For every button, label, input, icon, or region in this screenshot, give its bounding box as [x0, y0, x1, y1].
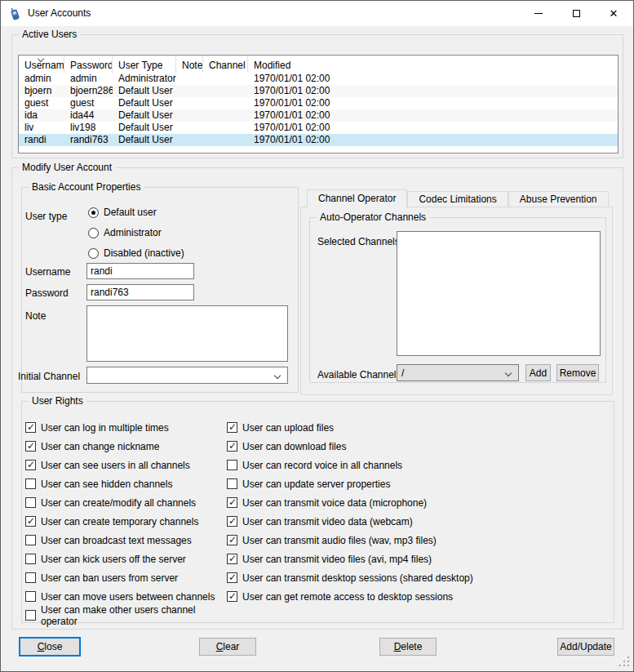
clear-button[interactable]: Clear: [199, 638, 256, 656]
checkbox-user-can-get-remote-access-to-desktop-sessions[interactable]: [227, 591, 237, 602]
maximize-icon: [573, 10, 580, 17]
checkbox-user-can-transmit-video-files-avi-mp4-files[interactable]: [227, 554, 237, 564]
user-right-user-can-get-remote-access-to-desktop-sessions: User can get remote access to desktop se…: [227, 587, 496, 606]
selected-channels-listbox[interactable]: [397, 231, 601, 356]
chevron-down-icon: [274, 372, 281, 379]
close-window-button[interactable]: ✕: [595, 1, 632, 26]
user-type-option-disabled-inactive[interactable]: Disabled (inactive): [88, 247, 184, 259]
checkbox-label: User can change nickname: [41, 441, 159, 452]
radio-label: Default user: [104, 207, 157, 218]
user-right-user-can-download-files: User can download files: [227, 437, 496, 456]
checkbox-label: User can transmit audio files (wav, mp3 …: [242, 535, 437, 546]
checkbox-user-can-transmit-audio-files-wav-mp3-files[interactable]: [227, 535, 237, 545]
minimize-button[interactable]: [520, 1, 557, 26]
column-header-note[interactable]: Note: [176, 56, 203, 73]
checkbox-label: User can kick users off the server: [41, 554, 186, 565]
cell-note: [176, 73, 203, 85]
checkbox-label: User can transmit video files (avi, mp4 …: [242, 554, 432, 565]
radio-default-user[interactable]: [88, 207, 99, 218]
cell-note: [176, 109, 203, 122]
checkbox-user-can-record-voice-in-all-channels[interactable]: [227, 460, 237, 470]
checkbox-user-can-broadcast-text-messages[interactable]: [25, 535, 36, 545]
checkbox-label: User can ban users from server: [41, 572, 178, 584]
table-row-bjoern[interactable]: bjoernbjoern286Default User1970/01/01 02…: [19, 85, 618, 97]
username-field[interactable]: [86, 263, 194, 279]
column-header-channel[interactable]: Channel: [203, 56, 248, 73]
delete-button[interactable]: Delete: [379, 638, 437, 656]
checkbox-label: User can record voice in all channels: [242, 460, 402, 471]
initial-channel-combobox[interactable]: [86, 367, 288, 384]
checkbox-label: User can see users in all channels: [41, 460, 190, 471]
maximize-button[interactable]: [557, 1, 595, 26]
remove-channel-button[interactable]: Remove: [556, 364, 599, 381]
checkbox-user-can-create-modify-all-channels[interactable]: [25, 497, 36, 508]
checkbox-user-can-update-server-properties[interactable]: [227, 478, 237, 489]
checkbox-user-can-create-temporary-channels[interactable]: [25, 516, 36, 527]
checkbox-label: User can transmit video data (webcam): [242, 516, 413, 527]
cell-password: liv198: [64, 122, 113, 134]
password-field[interactable]: [86, 284, 194, 300]
checkbox-user-can-upload-files[interactable]: [227, 422, 237, 433]
checkbox-label: User can move users between channels: [41, 591, 215, 603]
tab-codec-limitations[interactable]: Codec Limitations: [407, 191, 508, 207]
radio-disabled-inactive[interactable]: [88, 248, 99, 259]
titlebar[interactable]: User Accounts ✕: [1, 1, 633, 26]
checkbox-label: User can update server properties: [242, 478, 390, 490]
checkbox-user-can-move-users-between-channels[interactable]: [25, 591, 36, 602]
column-header-password[interactable]: Password: [64, 56, 113, 73]
tab-channel-operator[interactable]: Channel Operator: [307, 189, 407, 207]
user-type-option-administrator[interactable]: Administrator: [88, 227, 184, 238]
available-channels-label: Available Channels: [317, 369, 401, 381]
initial-channel-label: Initial Channel: [18, 371, 80, 382]
checkbox-label: User can make other users channel operat…: [41, 604, 221, 627]
table-row-randi[interactable]: randirandi763Default User1970/01/01 02:0…: [19, 134, 618, 146]
user-right-user-can-upload-files: User can upload files: [227, 418, 496, 437]
user-type-option-default-user[interactable]: Default user: [88, 207, 184, 218]
checkbox-user-can-make-other-users-channel-operator[interactable]: [25, 610, 36, 621]
table-row-admin[interactable]: adminadminAdministrator1970/01/01 02:00: [19, 73, 618, 85]
cell-user-type: Default User: [113, 97, 176, 109]
checkbox-user-can-log-in-multiple-times[interactable]: [25, 422, 36, 433]
user-right-user-can-transmit-video-data-webcam: User can transmit video data (webcam): [227, 512, 496, 531]
table-row-liv[interactable]: livliv198Default User1970/01/01 02:00: [19, 122, 618, 134]
cell-username: guest: [19, 97, 64, 109]
window-title: User Accounts: [28, 1, 91, 26]
checkbox-user-can-see-users-in-all-channels[interactable]: [25, 460, 36, 470]
tab-abuse-prevention[interactable]: Abuse Prevention: [508, 191, 609, 207]
available-channels-combobox[interactable]: /: [397, 364, 519, 381]
checkbox-user-can-kick-users-off-the-server[interactable]: [25, 554, 36, 564]
walkie-talkie-app-icon: [8, 7, 22, 20]
active-users-table[interactable]: UsernamePasswordUser TypeNoteChannelModi…: [18, 55, 618, 154]
user-right-user-can-transmit-video-files-avi-mp4-files: User can transmit video files (avi, mp4 …: [227, 550, 496, 568]
checkbox-user-can-download-files[interactable]: [227, 441, 237, 452]
add-update-button[interactable]: Add/Update: [557, 638, 614, 656]
resize-grip-icon[interactable]: [618, 656, 629, 667]
checkbox-user-can-change-nickname[interactable]: [25, 441, 36, 452]
cell-channel: [203, 134, 248, 146]
table-row-guest[interactable]: guestguestDefault User1970/01/01 02:00: [19, 97, 618, 109]
user-right-user-can-update-server-properties: User can update server properties: [227, 474, 496, 493]
cell-modified: 1970/01/01 02:00: [248, 73, 618, 85]
cell-user-type: Default User: [113, 85, 176, 97]
cell-user-type: Default User: [113, 122, 176, 134]
cell-password: admin: [64, 73, 113, 85]
add-channel-button[interactable]: Add: [525, 364, 551, 381]
available-channels-value: /: [401, 367, 404, 379]
close-button[interactable]: Close: [19, 637, 81, 656]
table-row-ida[interactable]: idaida44Default User1970/01/01 02:00: [19, 109, 618, 122]
note-field[interactable]: [86, 305, 288, 362]
checkbox-user-can-see-hidden-channels[interactable]: [25, 478, 36, 489]
radio-administrator[interactable]: [88, 228, 99, 238]
selected-channels-label: Selected Channels: [317, 236, 400, 247]
user-rights-right-column: User can upload filesUser can download f…: [227, 418, 496, 606]
user-right-user-can-see-users-in-all-channels: User can see users in all channels: [25, 456, 221, 474]
column-header-modified[interactable]: Modified: [248, 56, 618, 73]
user-right-user-can-log-in-multiple-times: User can log in multiple times: [25, 418, 221, 437]
checkbox-user-can-ban-users-from-server[interactable]: [25, 572, 36, 583]
column-header-user-type[interactable]: User Type: [113, 56, 176, 73]
checkbox-user-can-transmit-desktop-sessions-shared-deskto[interactable]: [227, 572, 237, 583]
user-accounts-dialog: User Accounts ✕ Active Users UsernamePas…: [0, 0, 634, 672]
cell-note: [176, 85, 203, 97]
checkbox-user-can-transmit-video-data-webcam[interactable]: [227, 516, 237, 527]
checkbox-user-can-transmit-voice-data-microphone[interactable]: [227, 497, 237, 508]
